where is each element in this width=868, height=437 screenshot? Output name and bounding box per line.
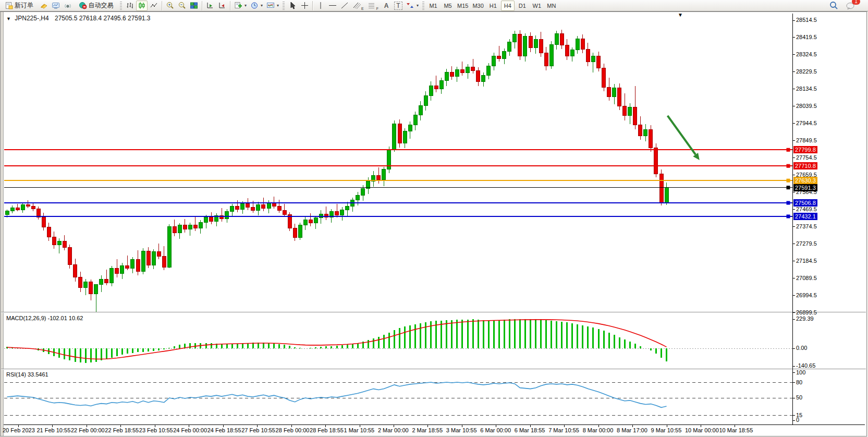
candlestick-chart-button[interactable]	[136, 1, 148, 11]
chart-symbol-label: JPN225-,H4	[15, 15, 48, 22]
horizontal-line-icon	[328, 2, 337, 9]
zoom-in-button[interactable]	[164, 1, 176, 11]
price-tick	[793, 140, 795, 141]
timeframe-button-m30[interactable]: M30	[471, 1, 485, 11]
arrows-tool-button[interactable]: ▾	[405, 1, 420, 11]
vertical-line-button[interactable]	[315, 1, 326, 11]
time-tick-label: 3 Mar 10:55	[446, 427, 477, 433]
time-tick-label: 21 Feb 10:55	[36, 427, 70, 433]
time-tick-label: 28 Feb 18:55	[310, 427, 344, 433]
cursor-icon	[289, 2, 296, 9]
zoom-out-icon	[178, 2, 186, 9]
chart-dropdown-arrow-icon[interactable]: ▼	[678, 12, 683, 18]
periods-button[interactable]: ▾	[249, 1, 264, 11]
time-tick-label: 20 Feb 2023	[3, 427, 35, 433]
signals-button[interactable]	[62, 1, 74, 11]
tile-windows-button[interactable]	[188, 1, 200, 11]
price-level-badge: 27710.8	[793, 162, 817, 169]
fibonacci-button[interactable]: E	[351, 1, 365, 11]
toolbar-grip	[422, 2, 424, 10]
timeframe-button-m15[interactable]: M15	[456, 1, 470, 11]
zoom-out-button[interactable]	[176, 1, 188, 11]
macd-tick-label: -140.65	[796, 362, 815, 369]
text-tool-button[interactable]: A	[381, 1, 392, 11]
autotrading-icon	[79, 2, 87, 9]
time-tick-label: 24 Feb 00:00	[173, 427, 207, 433]
timeframe-button-m5[interactable]: M5	[441, 1, 455, 11]
price-tick	[793, 312, 795, 313]
tile-windows-icon	[190, 2, 198, 9]
price-level-badge: 27506.8	[793, 199, 817, 207]
new-order-button[interactable]: 新订单	[1, 1, 38, 11]
price-tick	[793, 209, 795, 210]
rsi-tick	[793, 372, 795, 373]
macd-tick-label: 229.39	[796, 315, 814, 322]
price-tick-label: 26899.5	[796, 309, 817, 315]
price-tick	[793, 123, 795, 124]
chart-title: ▼ JPN225-,H4 27505.5 27618.4 27495.6 275…	[6, 15, 151, 22]
time-tick-label: 2 Mar 18:55	[412, 427, 443, 433]
macd-tick	[793, 319, 795, 320]
timeframe-button-h1[interactable]: H1	[486, 1, 500, 11]
price-tick-label: 28419.5	[796, 34, 817, 40]
price-tick-label: 28134.5	[796, 86, 817, 92]
indicators-button[interactable]: ▾	[265, 1, 280, 11]
line-chart-icon	[150, 2, 158, 9]
time-tick-label: 2 Mar 00:00	[378, 427, 409, 433]
price-tick-label: 27374.5	[796, 223, 817, 229]
grid-tool-button[interactable]: F	[366, 1, 380, 11]
candlestick-chart-icon	[138, 2, 146, 9]
price-level-badge: 27799.8	[793, 146, 817, 153]
timeframe-button-w1[interactable]: W1	[530, 1, 544, 11]
price-tick	[793, 261, 795, 261]
text-tool-label: A	[384, 2, 389, 9]
metaeditor-button[interactable]	[38, 1, 50, 11]
chart-shift-button[interactable]	[216, 1, 228, 11]
timeframe-button-m1[interactable]: M1	[426, 1, 440, 11]
time-tick-label: 8 Mar 00:00	[583, 427, 614, 433]
chart-shift-icon	[218, 2, 226, 9]
text-label-tool-button[interactable]: T	[393, 1, 404, 11]
chevron-down-icon: ▾	[261, 3, 263, 8]
time-tick-label: 9 Mar 10:55	[651, 427, 682, 433]
crosshair-button[interactable]	[299, 1, 310, 11]
timeframe-button-h4[interactable]: H4	[501, 1, 515, 11]
bar-chart-button[interactable]	[124, 1, 136, 11]
horizontal-line-button[interactable]	[327, 1, 338, 11]
new-order-icon	[5, 2, 13, 9]
macd-tick-label: 0.00	[796, 345, 807, 351]
collapse-triangle-icon[interactable]: ▼	[6, 16, 11, 21]
notification-badge: 1	[852, 0, 860, 5]
timeframe-button-d1[interactable]: D1	[516, 1, 529, 11]
autotrading-button[interactable]: 自动交易	[74, 1, 118, 11]
price-tick-label: 26994.5	[796, 292, 817, 298]
rsi-panel-canvas[interactable]	[4, 370, 792, 423]
toolbar-separator	[312, 1, 313, 10]
auto-scroll-icon	[206, 2, 214, 9]
market-watch-button[interactable]	[50, 1, 62, 11]
auto-scroll-button[interactable]	[204, 1, 216, 11]
cursor-button[interactable]	[287, 1, 298, 11]
signal-icon	[64, 2, 72, 9]
line-chart-button[interactable]	[148, 1, 160, 11]
macd-label: MACD(12,26,9) -102.01 10.62	[6, 315, 83, 321]
price-tick	[793, 278, 795, 278]
timeframe-button-mn[interactable]: MN	[545, 1, 558, 11]
text-label-tool-label: T	[394, 2, 402, 10]
rsi-label: RSI(14) 33.5461	[6, 371, 48, 378]
price-chart-canvas[interactable]	[4, 14, 792, 312]
new-chart-button[interactable]: ▾	[233, 1, 248, 11]
macd-panel-canvas[interactable]	[4, 313, 792, 368]
price-tick	[793, 89, 795, 89]
price-tick	[793, 244, 795, 244]
rsi-tick	[793, 382, 795, 383]
notifications-button[interactable]: 1	[844, 1, 857, 11]
price-level-badge: 27630.3	[793, 177, 817, 184]
macd-tick	[793, 348, 795, 349]
fibonacci-sub-label: E	[361, 7, 364, 10]
price-tick	[793, 295, 795, 296]
rsi-tick-label: 50	[796, 394, 802, 400]
rsi-tick	[793, 420, 795, 421]
trendline-button[interactable]	[339, 1, 350, 11]
search-button[interactable]	[827, 1, 840, 11]
